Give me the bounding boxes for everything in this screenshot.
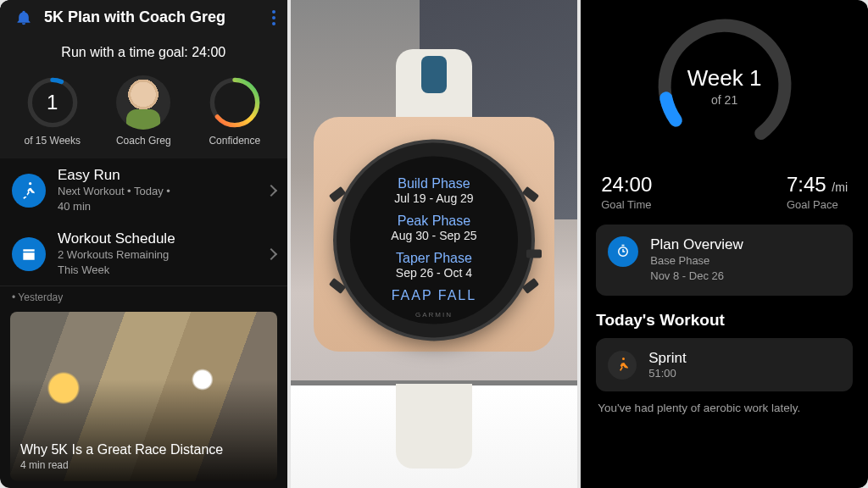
watch-brand: GARMIN	[350, 311, 518, 319]
phase-row: Peak Phase Aug 30 - Sep 25	[391, 214, 476, 242]
bell-icon[interactable]	[15, 9, 32, 26]
stopwatch-icon	[608, 236, 638, 267]
goal-pace-label: Goal Pace	[787, 198, 848, 211]
watch-photo-panel: Build Phase Jul 19 - Aug 29 Peak Phase A…	[291, 0, 578, 488]
yesterday-divider: Yesterday	[0, 286, 287, 307]
overview-title: Plan Overview	[650, 236, 743, 253]
summary-stats: 1 of 15 Weeks Coach Greg	[0, 70, 287, 158]
phase-row: Taper Phase Sep 26 - Oct 4	[396, 251, 472, 280]
calendar-icon	[12, 237, 46, 271]
workout-note: You've had plenty of aerobic work lately…	[596, 391, 853, 414]
page-title: 5K Plan with Coach Greg	[44, 8, 260, 26]
week-of: of 21	[711, 93, 737, 107]
workout-list: Easy Run Next Workout • Today • 40 min W…	[0, 158, 287, 286]
workout-name: Sprint	[648, 350, 686, 367]
plan-overview-panel: Week 1 of 21 24:00 Goal Time 7:45 /mi Go…	[581, 0, 868, 488]
row-title: Easy Run	[58, 167, 255, 184]
chevron-right-icon	[265, 184, 277, 196]
workout-duration: 51:00	[648, 367, 686, 380]
today-workout-title: Today's Workout	[596, 311, 853, 330]
watch-face[interactable]: Build Phase Jul 19 - Aug 29 Peak Phase A…	[337, 142, 531, 337]
article-read-time: 4 min read	[20, 459, 267, 471]
phase-row: Build Phase Jul 19 - Aug 29	[394, 176, 473, 205]
goal-pace-value: 7:45	[787, 173, 826, 196]
goal-line: Run with a time goal: 24:00	[0, 33, 287, 70]
row-schedule[interactable]: Workout Schedule 2 Workouts Remaining Th…	[0, 222, 287, 286]
goal-time-value: 24:00	[601, 173, 652, 197]
row-next-workout[interactable]: Easy Run Next Workout • Today • 40 min	[0, 158, 287, 222]
week-progress-ring[interactable]: Week 1 of 21	[653, 14, 797, 158]
garmin-connect-panel: 5K Plan with Coach Greg Run with a time …	[0, 0, 287, 488]
week-number: 1	[25, 75, 80, 130]
week-label: Week 1	[687, 65, 762, 92]
row-title: Workout Schedule	[58, 230, 255, 247]
runner-icon	[12, 174, 46, 208]
sprint-icon	[608, 351, 637, 380]
phase-row-cutoff: FAAP FALL	[392, 288, 476, 303]
coach-avatar	[116, 75, 170, 130]
row-subtitle: Next Workout • Today • 40 min	[58, 184, 255, 214]
article-card[interactable]: Why 5K Is a Great Race Distance 4 min re…	[10, 312, 277, 481]
coach-stat[interactable]: Coach Greg	[98, 75, 188, 147]
goal-time-label: Goal Time	[601, 198, 652, 211]
goal-metrics: 24:00 Goal Time 7:45 /mi Goal Pace	[596, 173, 853, 225]
goal-time-block[interactable]: 24:00 Goal Time	[601, 173, 652, 211]
plan-overview-card[interactable]: Plan Overview Base PhaseNov 8 - Dec 26	[596, 225, 853, 296]
today-workout-card[interactable]: Sprint 51:00	[596, 338, 853, 391]
article-title: Why 5K Is a Great Race Distance	[20, 442, 267, 458]
chevron-right-icon	[265, 248, 277, 260]
weeks-stat[interactable]: 1 of 15 Weeks	[8, 75, 97, 147]
top-bar: 5K Plan with Coach Greg	[0, 0, 287, 33]
row-subtitle: 2 Workouts Remaining This Week	[58, 247, 255, 277]
confidence-stat[interactable]: Confidence	[190, 75, 280, 147]
goal-pace-block[interactable]: 7:45 /mi Goal Pace	[787, 173, 848, 211]
goal-pace-unit: /mi	[832, 180, 848, 194]
overflow-menu-icon[interactable]	[272, 10, 275, 25]
